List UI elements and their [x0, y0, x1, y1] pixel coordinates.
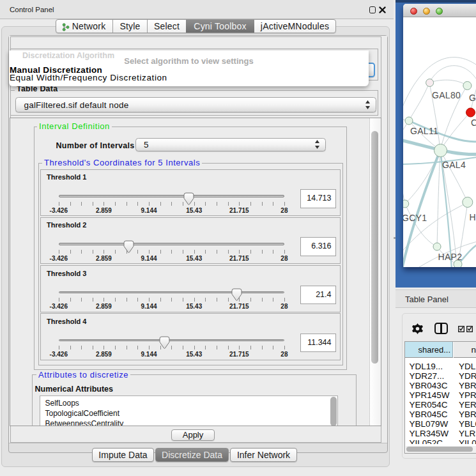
svg-text:GAL80: GAL80: [432, 90, 461, 100]
svg-text:GCY1: GCY1: [403, 213, 427, 223]
svg-text:GA: GA: [469, 93, 476, 103]
svg-text:H: H: [470, 212, 476, 222]
svg-text:GAL4: GAL4: [442, 160, 466, 170]
svg-text:HAP2: HAP2: [438, 252, 463, 262]
svg-text:GAL11: GAL11: [410, 126, 438, 136]
svg-text:CY: CY: [471, 118, 476, 128]
